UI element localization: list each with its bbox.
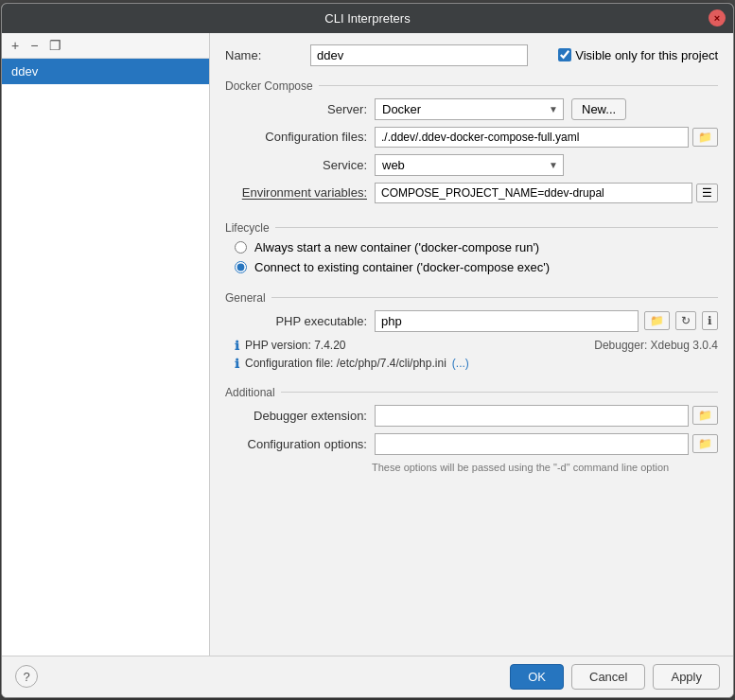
php-exec-input[interactable] [375, 310, 639, 332]
debugger-ext-label: Debugger extension: [225, 409, 367, 423]
name-input[interactable] [310, 44, 528, 66]
footer: ? OK Cancel Apply [2, 656, 733, 697]
config-files-label: Configuration files: [225, 130, 367, 144]
config-options-label: Configuration options: [225, 437, 367, 451]
visible-checkbox-label[interactable]: Visible only for this project [558, 48, 718, 62]
new-server-button[interactable]: New... [571, 98, 626, 120]
config-files-browse-button[interactable]: 📁 [692, 128, 718, 147]
interpreter-list: ddev [2, 59, 209, 656]
radio-new-container-label[interactable]: Always start a new container ('docker-co… [254, 240, 539, 254]
name-label: Name: [225, 48, 301, 62]
radio-existing-container-row: Connect to existing container ('docker-c… [225, 260, 718, 274]
left-panel: + − ❐ ddev [2, 33, 210, 656]
config-file-text: Configuration file: /etc/php/7.4/cli/php… [245, 357, 446, 370]
general-section: General PHP executable: 📁 ↻ ℹ ℹ PHP vers… [225, 291, 718, 375]
config-file-info-icon: ℹ [235, 357, 239, 371]
general-title: General [225, 291, 718, 305]
help-button[interactable]: ? [15, 665, 38, 688]
additional-title: Additional [225, 386, 718, 399]
debugger-ext-row: Debugger extension: 📁 [225, 405, 718, 427]
config-options-input[interactable] [375, 433, 689, 455]
server-label: Server: [225, 102, 367, 116]
php-refresh-button[interactable]: ↻ [675, 311, 696, 330]
add-interpreter-button[interactable]: + [8, 37, 23, 54]
title-bar: CLI Interpreters × [2, 4, 733, 33]
radio-existing-container-label[interactable]: Connect to existing container ('docker-c… [254, 260, 550, 274]
env-vars-input-row: ☰ [375, 183, 718, 203]
php-exec-row: PHP executable: 📁 ↻ ℹ [225, 310, 718, 332]
env-vars-input[interactable] [375, 183, 692, 203]
footer-actions: OK Cancel Apply [510, 664, 720, 690]
lifecycle-title: Lifecycle [225, 221, 718, 235]
env-vars-browse-button[interactable]: ☰ [696, 184, 718, 202]
name-row: Name: Visible only for this project [225, 44, 718, 66]
copy-interpreter-button[interactable]: ❐ [45, 37, 65, 54]
php-exec-input-row: 📁 ↻ ℹ [375, 310, 718, 332]
interpreter-toolbar: + − ❐ [2, 33, 209, 59]
config-files-input-row: 📁 [375, 127, 718, 148]
docker-compose-title: Docker Compose [225, 79, 718, 93]
config-options-hint: These options will be passed using the "… [225, 462, 718, 473]
debugger-ext-input-row: 📁 [375, 405, 718, 427]
ok-button[interactable]: OK [510, 664, 564, 690]
additional-section: Additional Debugger extension: 📁 Configu… [225, 386, 718, 473]
visible-label: Visible only for this project [575, 48, 718, 62]
remove-interpreter-button[interactable]: − [26, 37, 42, 54]
service-select-wrap: web ▼ [375, 154, 564, 176]
debugger-info-text: Debugger: Xdebug 3.0.4 [594, 339, 718, 352]
config-options-browse-button[interactable]: 📁 [692, 434, 718, 453]
server-select-wrap: Docker ▼ [375, 98, 564, 120]
server-select[interactable]: Docker [375, 98, 564, 120]
cli-interpreters-dialog: CLI Interpreters × + − ❐ ddev Name: V [1, 3, 734, 698]
right-panel: Name: Visible only for this project Dock… [210, 33, 733, 656]
apply-button[interactable]: Apply [653, 664, 720, 690]
visible-checkbox[interactable] [558, 48, 571, 61]
radio-new-container[interactable] [235, 241, 247, 254]
php-version-row: ℹ PHP version: 7.4.20 Debugger: Xdebug 3… [225, 339, 718, 353]
config-options-input-row: 📁 [375, 433, 718, 455]
config-file-row: ℹ Configuration file: /etc/php/7.4/cli/p… [225, 357, 718, 371]
env-vars-label: Environment variables: [225, 185, 367, 200]
interpreter-item[interactable]: ddev [2, 59, 209, 84]
php-version-info-icon: ℹ [235, 339, 239, 353]
config-options-row: Configuration options: 📁 [225, 433, 718, 455]
env-vars-row: Environment variables: ☰ [225, 183, 718, 203]
cancel-button[interactable]: Cancel [571, 664, 645, 690]
lifecycle-section: Lifecycle Always start a new container (… [225, 221, 718, 280]
service-label: Service: [225, 158, 367, 172]
php-version-text: PHP version: 7.4.20 [245, 339, 346, 352]
dialog-content: + − ❐ ddev Name: Visible only for this p… [2, 33, 733, 656]
service-select[interactable]: web [375, 154, 564, 176]
debugger-ext-input[interactable] [375, 405, 689, 427]
config-files-row: Configuration files: 📁 [225, 127, 718, 148]
radio-existing-container[interactable] [235, 261, 247, 273]
debugger-ext-browse-button[interactable]: 📁 [692, 406, 718, 425]
php-info-button[interactable]: ℹ [702, 311, 718, 330]
docker-compose-section: Docker Compose Server: Docker ▼ New... C… [225, 79, 718, 210]
server-row: Server: Docker ▼ New... [225, 98, 718, 120]
close-button[interactable]: × [709, 9, 726, 26]
php-exec-label: PHP executable: [225, 314, 367, 328]
dialog-title: CLI Interpreters [324, 11, 410, 26]
radio-new-container-row: Always start a new container ('docker-co… [225, 240, 718, 254]
php-browse-button[interactable]: 📁 [644, 311, 670, 330]
config-file-link[interactable]: (...) [452, 357, 469, 370]
service-row: Service: web ▼ [225, 154, 718, 176]
config-files-input[interactable] [375, 127, 689, 148]
